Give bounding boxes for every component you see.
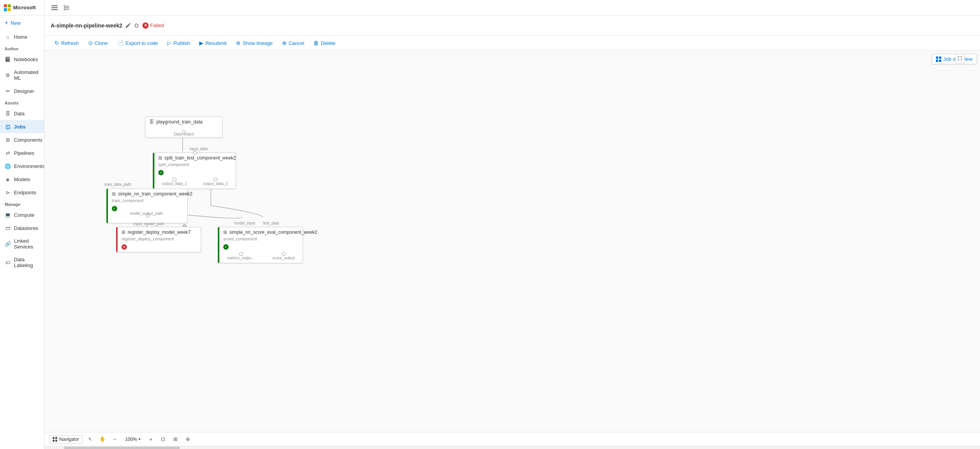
- cancel-button[interactable]: ⊗ Cancel: [278, 38, 308, 48]
- zoom-level: 100% ▾: [122, 437, 144, 442]
- train-output-label: model_output_path: [130, 211, 163, 216]
- sidebar-item-automated-ml[interactable]: ⚙ Automated ML: [0, 66, 44, 84]
- expand-icon[interactable]: [955, 54, 965, 63]
- split-node-icon: ⊞: [158, 155, 162, 161]
- svg-rect-8: [936, 57, 938, 59]
- sidebar-item-designer[interactable]: ✏ Designer: [0, 84, 44, 98]
- navigator-button[interactable]: Navigator: [49, 435, 82, 444]
- show-lineage-button[interactable]: ⊛ Show lineage: [232, 38, 277, 48]
- sidebar-toggle-button[interactable]: [49, 2, 60, 13]
- designer-icon: ✏: [5, 88, 11, 94]
- toolbar: ↻ Refresh ⊙ Clone 📄 Export to code ▷ Pub…: [44, 36, 980, 51]
- node-split[interactable]: ⊞ split_train_test_component_week2 split…: [153, 153, 236, 189]
- zoom-in-button[interactable]: +: [147, 435, 155, 444]
- edit-title-button[interactable]: [125, 23, 131, 28]
- sidebar-item-models[interactable]: ◈ Models: [0, 173, 44, 186]
- sidebar-item-jobs[interactable]: ◫ Jobs: [0, 120, 44, 133]
- node-playground-train-data[interactable]: 🗄 playground_train_data Data output: [145, 117, 222, 138]
- publish-icon: ▷: [167, 40, 171, 46]
- sidebar: Microsoft + New ⌂ Home Author 📓 Notebook…: [0, 0, 44, 449]
- datastores-icon: 🗃: [5, 225, 11, 231]
- score-test-data-label: test_data: [263, 221, 279, 225]
- pipelines-icon: ⇄: [5, 150, 11, 156]
- pipeline-header: A-simple-nn-pipeline-week2 ✕ Failed: [44, 15, 980, 36]
- linked-services-icon: 🔗: [5, 241, 11, 247]
- svg-rect-2: [51, 9, 58, 10]
- sidebar-item-components[interactable]: ⊞ Components: [0, 133, 44, 146]
- node-split-status: ✓: [154, 169, 236, 178]
- jobs-icon: ◫: [5, 123, 11, 130]
- resubmit-icon: ▶: [199, 40, 204, 46]
- environments-icon: 🌐: [5, 163, 11, 169]
- pipeline-title: A-simple-nn-pipeline-week2: [51, 22, 122, 29]
- select-tool-button[interactable]: ↖: [86, 435, 95, 444]
- clone-button[interactable]: ⊙ Clone: [84, 38, 112, 48]
- lineage-icon: ⊛: [236, 40, 241, 46]
- microsoft-logo: Microsoft: [4, 4, 36, 11]
- split-input-label: input_data: [190, 147, 208, 151]
- sidebar-item-endpoints[interactable]: ⊳ Endpoints: [0, 186, 44, 199]
- publish-button[interactable]: ▷ Publish: [163, 38, 194, 48]
- components-icon: ⊞: [5, 137, 11, 143]
- sidebar-item-environments[interactable]: 🌐 Environments: [0, 159, 44, 173]
- node-train[interactable]: ⊞ simple_nn_train_component_week2 train_…: [106, 189, 188, 223]
- node-register[interactable]: ⊞ register_deploy_model_week7 register_d…: [116, 227, 201, 252]
- sidebar-item-notebooks[interactable]: 📓 Notebooks: [0, 53, 44, 66]
- data-icon: 🗄: [5, 110, 11, 117]
- automated-ml-icon: ⚙: [5, 72, 11, 78]
- grid-button[interactable]: ⊞: [171, 435, 180, 444]
- node-score-header: ⊞ simple_nn_score_eval_component_week2: [219, 227, 303, 236]
- refresh-title-button[interactable]: [134, 23, 139, 28]
- sidebar-item-home[interactable]: ⌂ Home: [0, 30, 44, 43]
- microsoft-icon: [4, 4, 11, 11]
- sidebar-item-linked-services[interactable]: 🔗 Linked Services: [0, 235, 44, 253]
- svg-rect-9: [939, 57, 941, 59]
- refresh-icon: ↻: [55, 40, 59, 46]
- sidebar-item-data[interactable]: 🗄 Data: [0, 107, 44, 120]
- sidebar-header: Microsoft: [0, 0, 44, 15]
- data-labeling-icon: 🏷: [5, 259, 11, 266]
- pipeline-settings-button[interactable]: [62, 2, 72, 13]
- minimap-button[interactable]: ⊕: [183, 435, 192, 444]
- author-section-label: Author: [0, 43, 44, 53]
- train-status-icon: ✓: [112, 206, 117, 211]
- endpoints-icon: ⊳: [5, 189, 11, 195]
- refresh-button[interactable]: ↻ Refresh: [51, 38, 83, 48]
- svg-rect-12: [53, 437, 55, 439]
- home-icon: ⌂: [5, 34, 11, 40]
- pan-tool-button[interactable]: ✋: [98, 435, 107, 444]
- assets-section-label: Assets: [0, 98, 44, 107]
- node-score-subtitle: score_component: [219, 236, 303, 243]
- node-register-status: ✕: [118, 243, 201, 252]
- sidebar-item-data-labeling[interactable]: 🏷 Data Labeling: [0, 253, 44, 272]
- node-split-header: ⊞ split_train_test_component_week2: [154, 153, 236, 162]
- fit-view-button[interactable]: ⊡: [158, 435, 168, 444]
- data-node-icon: 🗄: [149, 119, 154, 125]
- register-input-label: input_model_path: [133, 222, 164, 226]
- node-score[interactable]: ⊞ simple_nn_score_eval_component_week2 s…: [218, 227, 303, 263]
- register-node-icon: ⊞: [121, 230, 125, 235]
- sidebar-item-datastores[interactable]: 🗃 Datastores: [0, 221, 44, 235]
- sidebar-item-pipelines[interactable]: ⇄ Pipelines: [0, 146, 44, 159]
- delete-button[interactable]: 🗑 Delete: [310, 38, 339, 48]
- resubmit-button[interactable]: ▶ Resubmit: [195, 38, 231, 48]
- svg-rect-1: [51, 7, 58, 8]
- delete-icon: 🗑: [313, 40, 319, 46]
- status-x-icon: ✕: [142, 22, 149, 29]
- zoom-out-button[interactable]: −: [110, 435, 119, 444]
- bottom-bar: Navigator ↖ ✋ − 100% ▾ + ⊡ ⊞ ⊕: [44, 432, 980, 446]
- pipeline-canvas-area[interactable]: 🗄 playground_train_data Data output ⊞ sp…: [44, 51, 980, 432]
- horizontal-scrollbar[interactable]: [44, 446, 980, 449]
- job-overview-button[interactable]: Job overview: [932, 54, 977, 64]
- new-button[interactable]: + New: [0, 15, 44, 30]
- svg-rect-10: [936, 60, 938, 62]
- node-register-subtitle: register_deploy_component: [118, 236, 201, 243]
- sidebar-item-compute[interactable]: 💻 Compute: [0, 208, 44, 221]
- export-to-code-button[interactable]: 📄 Export to code: [113, 38, 162, 48]
- export-icon: 📄: [117, 40, 124, 46]
- svg-rect-3: [64, 5, 65, 11]
- register-status-icon: ✕: [121, 244, 127, 250]
- node-score-status: ✓: [219, 243, 303, 252]
- split-status-icon: ✓: [158, 170, 164, 175]
- scrollbar-thumb[interactable]: [64, 447, 180, 449]
